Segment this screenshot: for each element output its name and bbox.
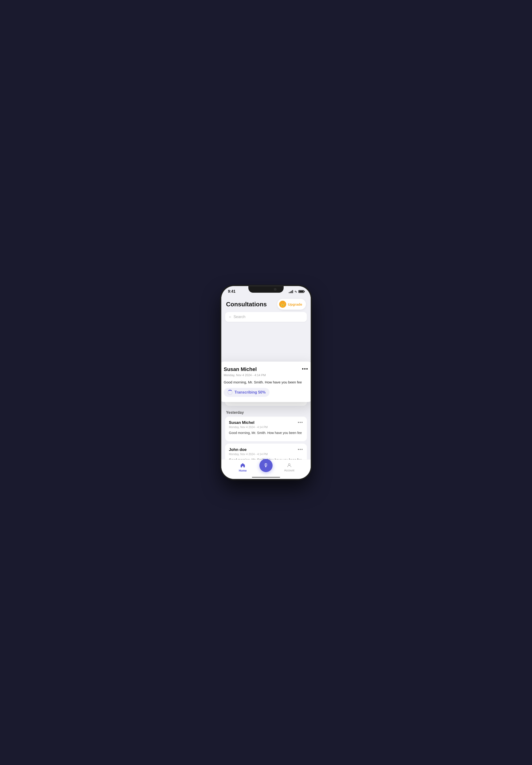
list-item-menu[interactable]: ••• (298, 447, 303, 451)
floating-card: Susan Michel ••• Monday, Nov 4 2024 - 4:… (221, 362, 311, 402)
nav-item-home[interactable]: Home (226, 462, 260, 472)
home-label: Home (239, 469, 247, 472)
spinner-icon (228, 390, 233, 395)
app-content: Consultations 👑 Upgrade ○ Search Susan (221, 295, 311, 479)
nav-item-record[interactable]: 🎙 (260, 463, 272, 472)
list-item[interactable]: John doe ••• Monday, Nov 4 2024 - 4:14 P… (225, 443, 307, 459)
floating-card-preview: Good morning, Mr. Smith. How have you be… (224, 380, 308, 384)
list-item[interactable]: Susan Michel ••• Monday, Nov 4 2024 - 4:… (225, 416, 307, 441)
list-item-header: Susan Michel ••• (229, 420, 303, 425)
floating-card-date: Monday, Nov 4 2024 - 4:14 PM (224, 373, 308, 377)
transcribing-badge: Transcribing 50% (224, 388, 269, 397)
list-item-header: John doe ••• (229, 447, 303, 452)
account-icon (287, 463, 292, 468)
microphone-icon: 🎙 (264, 462, 268, 468)
wifi-icon: ∿ (294, 290, 297, 294)
upgrade-button[interactable]: 👑 Upgrade (277, 299, 306, 310)
record-button[interactable]: 🎙 (260, 459, 272, 472)
app-header: Consultations 👑 Upgrade (221, 295, 311, 312)
nav-item-account[interactable]: Account (272, 463, 306, 472)
search-bar[interactable]: ○ Search (225, 312, 307, 322)
account-label: Account (284, 469, 294, 472)
list-item-date: Monday, Nov 4 2024 - 4:14 PM (229, 425, 303, 429)
search-placeholder: Search (234, 315, 246, 319)
list-item-date: Monday, Nov 4 2024 - 4:14 PM (229, 452, 303, 456)
phone-screen: 9:41 ∿ Consultations 👑 (221, 286, 311, 479)
home-indicator (221, 477, 311, 479)
crown-icon: 👑 (279, 301, 286, 308)
list-item-menu[interactable]: ••• (298, 420, 303, 424)
battery-icon (298, 290, 304, 293)
home-icon (240, 462, 246, 468)
list-item-preview: Good morning, Mr. Smith. How have you be… (229, 431, 303, 435)
notch (249, 286, 283, 293)
bottom-nav: Home 🎙 Account (221, 459, 311, 477)
upgrade-label: Upgrade (288, 302, 302, 306)
floating-card-menu[interactable]: ••• (302, 366, 308, 372)
phone-wrapper: 9:41 ∿ Consultations 👑 (217, 282, 315, 483)
list-item-name: Susan Michel (229, 420, 255, 425)
phone-frame: 9:41 ∿ Consultations 👑 (221, 286, 311, 479)
list-item-name: John doe (229, 447, 247, 452)
page-title: Consultations (226, 301, 267, 308)
status-time: 9:41 (228, 290, 236, 294)
notch-camera (274, 288, 276, 291)
transcribing-text: Transcribing 50% (235, 390, 266, 394)
search-icon: ○ (229, 315, 231, 319)
floating-card-header: Susan Michel ••• (224, 366, 308, 373)
yesterday-section-header: Yesterday (225, 408, 307, 416)
svg-point-0 (288, 463, 290, 465)
status-icons: ∿ (289, 290, 304, 294)
signal-icon (289, 290, 293, 293)
floating-card-name: Susan Michel (224, 366, 257, 373)
